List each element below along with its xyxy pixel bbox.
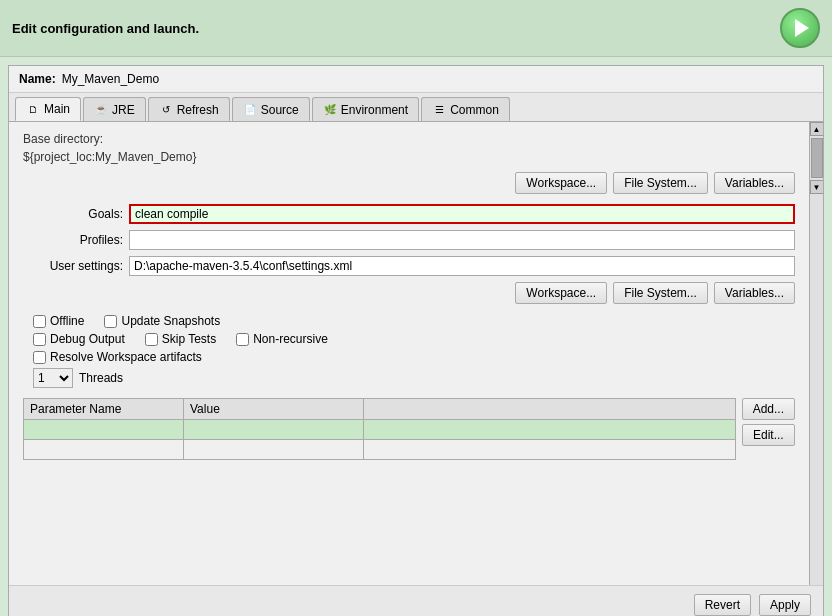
tab-refresh[interactable]: ↺ Refresh: [148, 97, 230, 121]
goals-input[interactable]: [129, 204, 795, 224]
user-settings-row: User settings:: [23, 256, 795, 276]
main-tab-icon: 🗋: [26, 102, 40, 116]
profiles-label: Profiles:: [23, 233, 123, 247]
table-row-2: [24, 440, 736, 460]
tab-main-label: Main: [44, 102, 70, 116]
resolve-workspace-checkbox-item: Resolve Workspace artifacts: [33, 350, 202, 364]
col-header-rest: [364, 399, 736, 420]
base-dir-label: Base directory:: [23, 132, 795, 146]
profiles-row: Profiles:: [23, 230, 795, 250]
variables-btn-2[interactable]: Variables...: [714, 282, 795, 304]
non-recursive-checkbox-item: Non-recursive: [236, 332, 328, 346]
user-settings-btn-row: Workspace... File System... Variables...: [23, 282, 795, 304]
goals-row: Goals:: [23, 204, 795, 224]
tabs-row: 🗋 Main ☕ JRE ↺ Refresh 📄 Source 🌿 Enviro…: [9, 93, 823, 122]
base-dir-btn-row: Workspace... File System... Variables...: [23, 172, 795, 194]
tab-main[interactable]: 🗋 Main: [15, 97, 81, 121]
checkbox-row-1: Offline Update Snapshots: [23, 314, 795, 328]
tab-source-label: Source: [261, 103, 299, 117]
tab-jre[interactable]: ☕ JRE: [83, 97, 146, 121]
resolve-workspace-checkbox[interactable]: [33, 351, 46, 364]
workspace-btn-1[interactable]: Workspace...: [515, 172, 607, 194]
name-label: Name:: [19, 72, 56, 86]
table-with-buttons: Parameter Name Value: [23, 398, 795, 466]
table-cell-value: [184, 420, 364, 440]
skip-tests-label: Skip Tests: [162, 332, 216, 346]
tab-source[interactable]: 📄 Source: [232, 97, 310, 121]
file-system-btn-1[interactable]: File System...: [613, 172, 708, 194]
tab-environment[interactable]: 🌿 Environment: [312, 97, 419, 121]
table-cell-name: [24, 420, 184, 440]
table-row: [24, 420, 736, 440]
main-dialog: Name: My_Maven_Demo 🗋 Main ☕ JRE ↺ Refre…: [8, 65, 824, 616]
bottom-actions: Revert Apply: [9, 585, 823, 616]
main-content: Base directory: ${project_loc:My_Maven_D…: [9, 122, 809, 585]
threads-label: Threads: [79, 371, 123, 385]
scrollbar-track: ▲ ▼: [809, 122, 823, 585]
name-row: Name: My_Maven_Demo: [9, 66, 823, 93]
checkbox-row-3: Resolve Workspace artifacts: [23, 350, 795, 364]
tab-refresh-label: Refresh: [177, 103, 219, 117]
table-cell-rest: [364, 420, 736, 440]
revert-button[interactable]: Revert: [694, 594, 751, 616]
tab-environment-label: Environment: [341, 103, 408, 117]
skip-tests-checkbox[interactable]: [145, 333, 158, 346]
environment-tab-icon: 🌿: [323, 103, 337, 117]
table-cell-value-2: [184, 440, 364, 460]
offline-checkbox[interactable]: [33, 315, 46, 328]
scroll-up-btn[interactable]: ▲: [810, 122, 824, 136]
content-area: Base directory: ${project_loc:My_Maven_D…: [9, 122, 823, 585]
top-bar-title: Edit configuration and launch.: [12, 21, 199, 36]
tab-common-label: Common: [450, 103, 499, 117]
table-cell-name-2: [24, 440, 184, 460]
checkbox-row-2: Debug Output Skip Tests Non-recursive: [23, 332, 795, 346]
param-table: Parameter Name Value: [23, 398, 736, 460]
update-snapshots-label: Update Snapshots: [121, 314, 220, 328]
jre-tab-icon: ☕: [94, 103, 108, 117]
user-settings-input[interactable]: [129, 256, 795, 276]
base-dir-value: ${project_loc:My_Maven_Demo}: [23, 150, 795, 164]
apply-button[interactable]: Apply: [759, 594, 811, 616]
threads-row: 1 2 4 Threads: [23, 368, 795, 388]
workspace-btn-2[interactable]: Workspace...: [515, 282, 607, 304]
add-btn[interactable]: Add...: [742, 398, 795, 420]
debug-output-label: Debug Output: [50, 332, 125, 346]
threads-select[interactable]: 1 2 4: [33, 368, 73, 388]
table-buttons: Add... Edit...: [742, 398, 795, 446]
offline-label: Offline: [50, 314, 84, 328]
col-header-value: Value: [184, 399, 364, 420]
update-snapshots-checkbox[interactable]: [104, 315, 117, 328]
profiles-input[interactable]: [129, 230, 795, 250]
non-recursive-checkbox[interactable]: [236, 333, 249, 346]
scroll-thumb[interactable]: [811, 138, 823, 178]
scroll-down-btn[interactable]: ▼: [810, 180, 824, 194]
common-tab-icon: ☰: [432, 103, 446, 117]
non-recursive-label: Non-recursive: [253, 332, 328, 346]
source-tab-icon: 📄: [243, 103, 257, 117]
skip-tests-checkbox-item: Skip Tests: [145, 332, 216, 346]
edit-btn[interactable]: Edit...: [742, 424, 795, 446]
table-cell-rest-2: [364, 440, 736, 460]
run-icon-top[interactable]: [780, 8, 820, 48]
debug-output-checkbox[interactable]: [33, 333, 46, 346]
update-snapshots-checkbox-item: Update Snapshots: [104, 314, 220, 328]
col-header-name: Parameter Name: [24, 399, 184, 420]
top-bar: Edit configuration and launch.: [0, 0, 832, 57]
resolve-workspace-label: Resolve Workspace artifacts: [50, 350, 202, 364]
offline-checkbox-item: Offline: [33, 314, 84, 328]
user-settings-label: User settings:: [23, 259, 123, 273]
debug-output-checkbox-item: Debug Output: [33, 332, 125, 346]
variables-btn-1[interactable]: Variables...: [714, 172, 795, 194]
goals-label: Goals:: [23, 207, 123, 221]
refresh-tab-icon: ↺: [159, 103, 173, 117]
tab-common[interactable]: ☰ Common: [421, 97, 510, 121]
file-system-btn-2[interactable]: File System...: [613, 282, 708, 304]
tab-jre-label: JRE: [112, 103, 135, 117]
name-value: My_Maven_Demo: [62, 72, 159, 86]
